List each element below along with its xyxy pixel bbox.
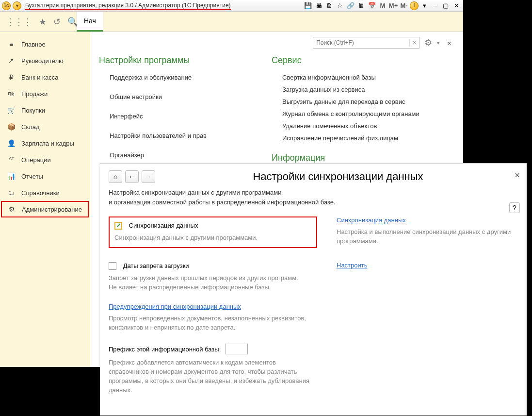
help-button[interactable]: ? bbox=[509, 202, 520, 213]
sidebar-item-3[interactable]: 🛍Продажи bbox=[0, 85, 90, 102]
sidebar-item-8[interactable]: 📊Отчеты bbox=[0, 168, 90, 184]
sidebar-item-5[interactable]: 📦Склад bbox=[0, 118, 90, 135]
search-input[interactable] bbox=[313, 39, 409, 46]
prefix-subtext: Префикс добавляется автоматически к кода… bbox=[109, 358, 317, 395]
info-icon[interactable]: i bbox=[410, 1, 419, 10]
save-icon[interactable]: 💾 bbox=[303, 1, 313, 11]
title-bar: 1c ▾ Бухгалтерия предприятия, редакция 3… bbox=[0, 0, 463, 12]
settings-link-2[interactable]: Интерфейс bbox=[110, 110, 254, 122]
nav-icon: ᴬᵀ bbox=[7, 156, 16, 164]
nav-label: Покупки bbox=[21, 107, 45, 114]
gear-icon[interactable]: ⚙ bbox=[424, 37, 432, 48]
service-link-0[interactable]: Свертка информационной базы bbox=[282, 71, 419, 83]
calc-icon[interactable]: 🖩 bbox=[356, 1, 366, 11]
panel-close-icon[interactable]: × bbox=[444, 39, 454, 47]
sidebar-item-6[interactable]: 👤Зарплата и кадры bbox=[0, 135, 90, 151]
configure-link[interactable]: Настроить bbox=[337, 262, 368, 269]
gear-dropdown-icon[interactable]: ▾ bbox=[437, 40, 439, 46]
sidebar-item-2[interactable]: ₽Банк и касса bbox=[0, 69, 90, 85]
date-ban-subtext: Запрет загрузки данных прошлых периодов … bbox=[109, 274, 317, 292]
nav-label: Банк и касса bbox=[21, 74, 59, 81]
service-link-5[interactable]: Исправление перечислений физ.лицам bbox=[282, 132, 419, 144]
favorite-icon[interactable]: ★ bbox=[39, 17, 47, 27]
settings-link-4[interactable]: Органайзер bbox=[110, 149, 254, 161]
prefix-label: Префикс этой информационной базы: bbox=[109, 346, 221, 353]
doc-icon[interactable]: 🗎 bbox=[324, 1, 334, 11]
section-title-service: Сервис bbox=[272, 55, 419, 66]
nav-label: Склад bbox=[21, 123, 40, 131]
sync-data-label: Синхронизация данных bbox=[129, 222, 198, 229]
m-plus-button[interactable]: M+ bbox=[388, 1, 398, 11]
date-ban-label: Даты запрета загрузки bbox=[123, 262, 189, 269]
nav-icon: 📦 bbox=[7, 123, 16, 131]
window-title: Бухгалтерия предприятия, редакция 3.0 / … bbox=[25, 2, 231, 10]
m-minus-button[interactable]: M- bbox=[399, 1, 409, 11]
minimize-icon[interactable]: – bbox=[430, 1, 440, 11]
settings-link-3[interactable]: Настройки пользователей и прав bbox=[110, 130, 254, 142]
tab-start[interactable]: Нач bbox=[77, 12, 103, 32]
tab-label: Нач bbox=[84, 17, 96, 25]
section-title-info: Информация bbox=[272, 153, 419, 163]
highlighted-option-box: ✓ Синхронизация данных Синхронизация дан… bbox=[109, 216, 317, 248]
panel-title: Настройки синхронизации данных bbox=[158, 170, 518, 183]
nav-label: Главное bbox=[21, 41, 46, 48]
section-title-settings: Настройки программы bbox=[99, 55, 254, 66]
nav-label: Операции bbox=[21, 156, 51, 164]
sidebar: ≡Главное↗Руководителю₽Банк и касса🛍Прода… bbox=[0, 32, 90, 367]
apps-icon[interactable]: ⋮⋮⋮ bbox=[6, 17, 32, 27]
service-link-4[interactable]: Удаление помеченных объектов bbox=[282, 120, 419, 132]
nav-icon: 🛍 bbox=[7, 90, 16, 98]
sync-data-link[interactable]: Синхронизация данных bbox=[337, 216, 406, 224]
nav-label: Отчеты bbox=[21, 173, 43, 180]
star-icon[interactable]: ☆ bbox=[335, 1, 345, 11]
nav-icon: 👤 bbox=[7, 139, 16, 147]
nav-icon: 🛒 bbox=[7, 106, 16, 114]
history-icon[interactable]: ↺ bbox=[53, 17, 61, 27]
m-button[interactable]: M bbox=[378, 1, 387, 11]
sidebar-item-10[interactable]: ⚙Администрирование bbox=[1, 201, 89, 217]
dropdown-icon[interactable]: ▾ bbox=[13, 1, 21, 10]
nav-label: Зарплата и кадры bbox=[21, 140, 74, 147]
service-link-2[interactable]: Выгрузить данные для перехода в сервис bbox=[282, 96, 419, 108]
service-link-1[interactable]: Загрузка данных из сервиса bbox=[282, 83, 419, 96]
warnings-link[interactable]: Предупреждения при синхронизации данных bbox=[109, 303, 241, 310]
sidebar-item-7[interactable]: ᴬᵀОперации bbox=[0, 151, 90, 168]
nav-icon: 📊 bbox=[7, 172, 16, 180]
nav-label: Администрирование bbox=[22, 206, 82, 213]
nav-icon: ↗ bbox=[7, 57, 16, 65]
sync-settings-panel: ⌂ ← → Настройки синхронизации данных × ?… bbox=[100, 163, 527, 416]
sync-data-checkbox[interactable]: ✓ bbox=[114, 222, 122, 230]
sidebar-item-9[interactable]: 🗂Справочники bbox=[0, 184, 90, 201]
back-button[interactable]: ← bbox=[125, 170, 139, 183]
nav-label: Руководителю bbox=[21, 57, 64, 65]
sidebar-item-0[interactable]: ≡Главное bbox=[0, 36, 90, 52]
panel-description: Настройка синхронизации данных с другими… bbox=[109, 188, 518, 207]
service-link-3[interactable]: Журнал обмена с контролирующими органами bbox=[282, 108, 419, 120]
nav-label: Продажи bbox=[21, 90, 48, 98]
app-logo-icon: 1c bbox=[2, 1, 11, 10]
calendar-icon[interactable]: 📅 bbox=[367, 1, 377, 11]
maximize-icon[interactable]: ▢ bbox=[441, 1, 451, 11]
toolbar-row: ⋮⋮⋮ ★ ↺ 🔍 Нач bbox=[0, 12, 463, 32]
link-icon[interactable]: 🔗 bbox=[346, 1, 355, 11]
forward-button[interactable]: → bbox=[142, 170, 155, 183]
sidebar-item-1[interactable]: ↗Руководителю bbox=[0, 52, 90, 69]
nav-label: Справочники bbox=[21, 189, 60, 197]
sidebar-item-4[interactable]: 🛒Покупки bbox=[0, 102, 90, 118]
search-input-wrap: × bbox=[313, 37, 419, 49]
nav-icon: 🗂 bbox=[7, 189, 16, 197]
home-button[interactable]: ⌂ bbox=[109, 170, 122, 183]
date-ban-checkbox[interactable] bbox=[109, 262, 116, 270]
nav-icon: ₽ bbox=[7, 73, 16, 81]
dropdown2-icon[interactable]: ▾ bbox=[419, 1, 429, 11]
settings-link-0[interactable]: Поддержка и обслуживание bbox=[110, 71, 254, 83]
search-clear-icon[interactable]: × bbox=[409, 39, 419, 46]
prefix-input[interactable] bbox=[226, 344, 248, 354]
settings-link-1[interactable]: Общие настройки bbox=[110, 91, 254, 103]
nav-icon: ⚙ bbox=[8, 205, 16, 213]
warnings-subtext: Просмотр непроведенных документов, незап… bbox=[109, 314, 317, 333]
print-icon[interactable]: 🖶 bbox=[314, 1, 323, 11]
nav-icon: ≡ bbox=[7, 40, 16, 48]
close-icon[interactable]: ✕ bbox=[451, 1, 461, 11]
panel-close-button[interactable]: × bbox=[515, 170, 520, 181]
